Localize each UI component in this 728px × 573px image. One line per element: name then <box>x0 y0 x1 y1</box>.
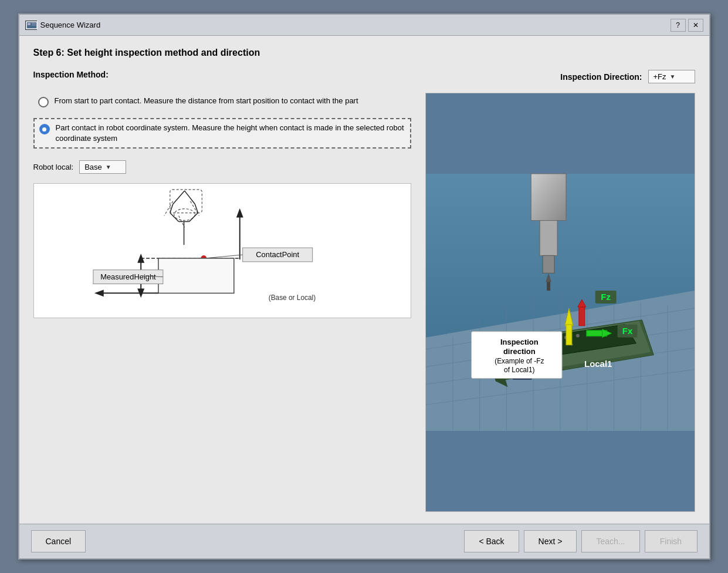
svg-rect-49 <box>531 174 566 221</box>
svg-line-12 <box>195 204 198 213</box>
svg-line-10 <box>184 191 195 204</box>
left-panel: Inspection Method: From start to part co… <box>33 70 411 512</box>
robot-local-value: Base <box>84 163 102 171</box>
cancel-button[interactable]: Cancel <box>31 530 86 552</box>
diagram-svg: ContactPoint <box>34 184 411 318</box>
svg-rect-2 <box>32 23 36 23</box>
svg-rect-68 <box>578 305 584 326</box>
svg-text:Fx: Fx <box>622 326 632 336</box>
radio-label-1: From start to part contact. Measure the … <box>55 96 358 106</box>
robot-local-row: Robot local: Base ▼ <box>33 160 411 174</box>
back-button[interactable]: < Back <box>464 530 519 552</box>
radio-1[interactable] <box>38 97 49 107</box>
robot-local-label: Robot local: <box>33 163 74 171</box>
radio-group: From start to part contact. Measure the … <box>33 92 411 149</box>
footer-bar: Cancel < Back Next > Teach... Finish <box>19 524 709 558</box>
inspection-direction-value: +Fz <box>653 72 666 81</box>
robot-local-dropdown[interactable]: Base ▼ <box>79 160 126 174</box>
teach-button[interactable]: Teach... <box>581 530 639 552</box>
diagram-box: ContactPoint <box>33 183 411 318</box>
svg-rect-3 <box>32 25 36 25</box>
svg-rect-51 <box>543 255 554 273</box>
svg-text:Fz: Fz <box>601 292 611 302</box>
svg-point-61 <box>575 334 579 338</box>
help-button[interactable]: ? <box>671 19 686 32</box>
svg-line-14 <box>189 213 198 222</box>
title-bar-controls: ? ✕ <box>671 19 703 32</box>
svg-text:MeasuredHeight: MeasuredHeight <box>100 272 156 281</box>
svg-rect-1 <box>28 23 31 25</box>
radio-item-2[interactable]: Part contact in robot coordinate system.… <box>33 118 411 149</box>
svg-text:(Example of -Fz: (Example of -Fz <box>495 357 544 365</box>
radio-label-2: Part contact in robot coordinate system.… <box>56 123 405 144</box>
svg-text:Local1: Local1 <box>584 359 612 369</box>
next-button[interactable]: Next > <box>524 530 577 552</box>
inspection-direction-arrow: ▼ <box>670 73 676 80</box>
step-title: Step 6: Set height inspection method and… <box>33 48 695 58</box>
svg-rect-53 <box>547 282 550 291</box>
window-title: Sequence Wizard <box>40 21 101 29</box>
svg-text:Inspection: Inspection <box>500 338 538 346</box>
svg-text:ContactPoint: ContactPoint <box>256 250 299 259</box>
window-icon <box>25 21 37 30</box>
vis-svg: Fz Fx Fy Local1 <box>426 93 695 511</box>
svg-rect-24 <box>158 258 233 293</box>
inspection-direction-label: Inspection Direction: <box>560 72 642 82</box>
svg-marker-18 <box>236 208 243 218</box>
svg-marker-26 <box>94 290 103 297</box>
svg-text:(Base or Local): (Base or Local) <box>268 294 316 302</box>
title-bar: Sequence Wizard ? ✕ <box>19 15 709 36</box>
inspection-direction-dropdown[interactable]: +Fz ▼ <box>648 70 695 83</box>
content-area: Step 6: Set height inspection method and… <box>19 36 709 524</box>
svg-line-9 <box>172 191 184 204</box>
footer-right: < Back Next > Teach... Finish <box>464 530 697 552</box>
footer-left: Cancel <box>31 530 86 552</box>
title-bar-left: Sequence Wizard <box>25 21 101 30</box>
svg-line-21 <box>205 255 242 258</box>
sequence-wizard-window: Sequence Wizard ? ✕ Step 6: Set height i… <box>18 14 710 559</box>
right-panel: Inspection Direction: +Fz ▼ <box>425 70 695 512</box>
radio-2[interactable] <box>39 124 50 134</box>
visualization-box: Fz Fx Fy Local1 <box>425 93 695 512</box>
inspection-direction-row: Inspection Direction: +Fz ▼ <box>425 70 695 83</box>
finish-button[interactable]: Finish <box>645 530 697 552</box>
robot-local-arrow: ▼ <box>106 164 111 170</box>
inspection-method-label: Inspection Method: <box>33 70 411 79</box>
svg-rect-50 <box>540 221 557 256</box>
svg-text:of Local1): of Local1) <box>504 366 534 374</box>
radio-item-1[interactable]: From start to part contact. Measure the … <box>33 92 411 111</box>
main-body: Inspection Method: From start to part co… <box>33 70 695 512</box>
svg-text:direction: direction <box>503 347 535 356</box>
close-button[interactable]: ✕ <box>688 19 703 32</box>
svg-rect-67 <box>566 325 571 345</box>
